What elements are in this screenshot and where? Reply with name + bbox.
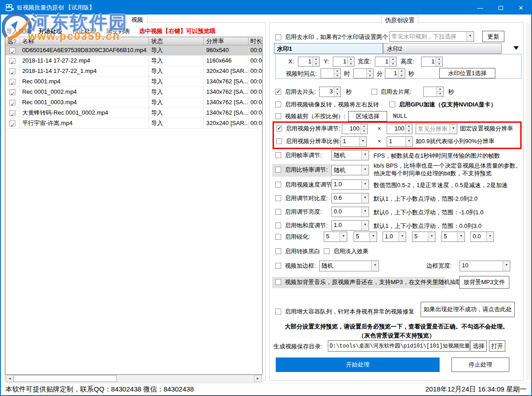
watermark-position-select-button[interactable]: 水印位置1选择 xyxy=(439,68,495,78)
clear-list-button[interactable]: 清空列表 xyxy=(106,27,130,35)
dropdown-arrow-icon[interactable]: ▾ xyxy=(486,232,494,241)
video-border-checkbox[interactable] xyxy=(275,263,281,269)
trim-head-checkbox[interactable] xyxy=(275,89,281,95)
width-spinner[interactable]: 1 ▲▼ xyxy=(375,57,397,67)
spinner-arrows-icon[interactable]: ▲▼ xyxy=(366,69,373,78)
tab-video[interactable]: 视频 xyxy=(127,14,148,23)
sharpen-select-5[interactable]: 5 ▾ xyxy=(441,232,465,242)
dropdown-arrow-icon[interactable]: ▾ xyxy=(369,232,377,241)
trim-tail-checkbox[interactable] xyxy=(371,89,377,95)
remove-watermark-checkbox[interactable] xyxy=(275,34,281,40)
dropdown-arrow-icon[interactable]: ▾ xyxy=(371,261,379,271)
horizontal-scrollbar[interactable]: ◄ ► xyxy=(5,375,262,382)
settings-scrollbar[interactable] xyxy=(527,23,530,380)
dropdown-arrow-icon[interactable]: ▾ xyxy=(466,32,474,41)
table-row[interactable]: 2018-11-14 17-27-22_1.mp4 导入 320x240 [SA… xyxy=(5,66,262,77)
row-checkbox[interactable] xyxy=(10,68,15,74)
row-checkbox[interactable] xyxy=(10,79,15,85)
table-row[interactable]: Rec 0001.mp4 导入 1340x762 [SA... 00:00 xyxy=(5,77,262,87)
second-spinner[interactable]: 1 ▲▼ xyxy=(385,68,405,78)
y-spinner[interactable]: 1 ▲▼ xyxy=(333,57,355,67)
sharpen-select-1[interactable]: 5 ▾ xyxy=(324,232,347,242)
open-dir-button[interactable]: 打开 xyxy=(489,340,505,352)
row-checkbox[interactable] xyxy=(10,58,15,64)
start-processing-button[interactable]: 开始处理 xyxy=(276,357,440,372)
row-checkbox[interactable] xyxy=(10,110,15,116)
table-row[interactable]: 2018-11-14 17-27-22.mp4 导入 1160x646 00:0… xyxy=(5,56,262,66)
bitrate-select[interactable]: 随机 ▾ xyxy=(331,165,369,175)
crop-region-select-button[interactable]: 区域选择 xyxy=(348,111,387,121)
sharpen-select-2[interactable]: 5 ▾ xyxy=(354,232,377,242)
row-checkbox[interactable] xyxy=(10,100,15,106)
crop-checkbox[interactable] xyxy=(275,113,281,119)
dropdown-arrow-icon[interactable]: ▾ xyxy=(428,232,435,241)
fps-select[interactable]: 随机 ▾ xyxy=(331,150,369,160)
processing-fail-help-button[interactable]: 如果出现处理不成功，请点击此处 xyxy=(421,302,515,317)
tab-watermark-2[interactable]: 水印2 xyxy=(383,43,502,54)
tab-fake-original-settings[interactable]: 伪原创设置 xyxy=(381,15,418,24)
maximize-button[interactable] xyxy=(490,1,511,14)
table-row[interactable]: 0D650164EA6E97539D8309C30AF66B10.mp4 导入 … xyxy=(5,45,262,56)
fps-checkbox[interactable] xyxy=(275,152,281,158)
spinner-arrows-icon[interactable]: ▲▼ xyxy=(334,87,340,97)
scrollbar-thumb[interactable] xyxy=(14,375,117,382)
header-select[interactable]: 选? xyxy=(5,37,20,45)
speed-select[interactable]: 1.0 ▾ xyxy=(331,179,369,190)
contrast-select[interactable]: 0.6 ▾ xyxy=(331,193,369,203)
spinner-arrows-icon[interactable]: ▲▼ xyxy=(334,69,340,78)
row-checkbox[interactable] xyxy=(10,89,15,95)
dropdown-arrow-icon[interactable]: ▾ xyxy=(361,165,369,175)
fade-in-checkbox[interactable] xyxy=(324,248,330,254)
spinner-arrows-icon[interactable]: ▲▼ xyxy=(436,57,442,66)
update-button[interactable]: 更新 xyxy=(482,31,504,42)
bgm-folder-button[interactable]: 放背景MP3文件 xyxy=(459,276,509,289)
trim-tail-spinner[interactable]: ▲▼ xyxy=(423,87,444,97)
header-status[interactable]: 状态 xyxy=(149,37,204,45)
sharpen-select-3[interactable]: 1.0 ▾ xyxy=(383,232,406,242)
dropdown-arrow-icon[interactable]: ▾ xyxy=(398,232,406,241)
start-processing-menu[interactable]: 开始处理 xyxy=(38,27,62,35)
scroll-left-icon[interactable]: ◄ xyxy=(6,375,14,382)
minute-spinner[interactable]: ▲▼ xyxy=(353,68,374,78)
bitrate-checkbox[interactable] xyxy=(275,167,281,173)
dropdown-arrow-icon[interactable]: ▾ xyxy=(361,150,369,160)
spinner-arrows-icon[interactable]: ▲▼ xyxy=(436,87,443,97)
select-dir-button[interactable]: 选择 xyxy=(470,340,487,352)
dropdown-arrow-icon[interactable]: ▾ xyxy=(457,232,465,241)
border-width-select[interactable]: 10 ▾ xyxy=(460,261,510,271)
spinner-arrows-icon[interactable]: ▲▼ xyxy=(312,57,319,66)
row-checkbox[interactable] xyxy=(10,121,15,126)
dropdown-arrow-icon[interactable]: ▾ xyxy=(361,180,369,189)
tab-watermark-1[interactable]: 水印1 xyxy=(274,43,383,54)
table-row[interactable]: 平行宇宙-许嵩.mp4 导入 320x240 [SAR... 00:03 xyxy=(5,118,262,129)
dropdown-arrow-icon[interactable]: ▾ xyxy=(503,261,510,271)
sharpen-checkbox[interactable] xyxy=(275,234,281,240)
brightness-select[interactable]: 0.0 ▾ xyxy=(331,207,369,217)
saturation-select[interactable]: 1.0 ▾ xyxy=(331,220,369,231)
spinner-arrows-icon[interactable]: ▲▼ xyxy=(398,69,405,78)
dropdown-arrow-icon[interactable]: ▾ xyxy=(361,193,369,203)
border-style-select[interactable]: 随机 ▾ xyxy=(319,261,379,271)
speed-checkbox[interactable] xyxy=(275,182,281,188)
close-button[interactable]: ✕ xyxy=(511,1,531,14)
header-resolution[interactable]: 分辨率 xyxy=(204,37,249,45)
x-spinner[interactable]: 1 ▲▼ xyxy=(298,57,320,67)
table-row[interactable]: 大黄蜂转码-Rec 0001_0002.mp4 导入 1340x762 [SA.… xyxy=(5,108,262,118)
contrast-checkbox[interactable] xyxy=(275,195,281,201)
brightness-checkbox[interactable] xyxy=(275,209,281,215)
table-row[interactable]: Rec 0001_0002.mp4 导入 1340x762 [SA... 00:… xyxy=(5,87,262,97)
stop-processing-menu[interactable]: 停止处理 xyxy=(72,27,96,35)
scroll-right-icon[interactable]: ► xyxy=(254,375,262,382)
table-row[interactable]: Rec 0001_0003.mp4 导入 1340x762 [SA... 00:… xyxy=(5,97,262,108)
minimize-button[interactable]: — xyxy=(470,1,490,14)
header-name[interactable]: 名称 xyxy=(20,37,149,45)
mirror-checkbox[interactable] xyxy=(275,101,281,107)
gpu-checkbox[interactable] xyxy=(389,101,395,107)
stop-processing-button[interactable]: 停止处理 xyxy=(451,357,509,372)
dropdown-arrow-icon[interactable]: ▾ xyxy=(361,221,369,230)
watermark-tabs-dropdown-icon[interactable] xyxy=(513,46,519,50)
dropdown-arrow-icon[interactable]: ▾ xyxy=(340,232,347,241)
hour-spinner[interactable]: ▲▼ xyxy=(321,68,341,78)
import-videos-button[interactable]: 导入视频 xyxy=(6,27,30,35)
grayscale-checkbox[interactable] xyxy=(275,248,281,254)
